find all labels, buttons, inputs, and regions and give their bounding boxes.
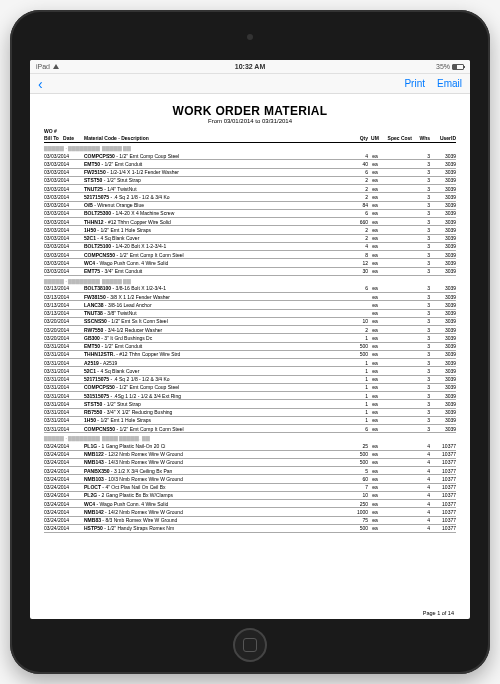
table-row: 03/31/2014EMT50 - 1/2" Emt Conduit500ea3… bbox=[44, 343, 456, 351]
cell-date: 03/03/2014 bbox=[44, 186, 84, 192]
cell-whs: 3 bbox=[412, 368, 430, 374]
cell-um: ea bbox=[368, 376, 382, 382]
cell-spec bbox=[382, 451, 412, 457]
cell-whs: 3 bbox=[412, 186, 430, 192]
cell-user: 3039 bbox=[430, 252, 456, 258]
cell-user: 3039 bbox=[430, 161, 456, 167]
cell-spec bbox=[382, 335, 412, 341]
cell-spec bbox=[382, 360, 412, 366]
cell-whs: 4 bbox=[412, 517, 430, 523]
cell-um: ea bbox=[368, 409, 382, 415]
email-button[interactable]: Email bbox=[437, 78, 462, 89]
cell-um: ea bbox=[368, 476, 382, 482]
cell-desc: COMPCPS50 - 1/2" Emt Comp Coup Steel bbox=[84, 153, 346, 159]
cell-user: 3039 bbox=[430, 302, 456, 308]
cell-um: ea bbox=[368, 468, 382, 474]
table-row: 03/03/2014COMPCNS50 - 1/2" Emt Comp It C… bbox=[44, 251, 456, 259]
cell-date: 03/31/2014 bbox=[44, 368, 84, 374]
cell-date: 03/24/2014 bbox=[44, 484, 84, 490]
cell-qty: 10 bbox=[346, 318, 368, 324]
cell-qty: 1000 bbox=[346, 509, 368, 515]
cell-user: 3039 bbox=[430, 343, 456, 349]
cell-qty bbox=[346, 310, 368, 316]
cell-whs: 4 bbox=[412, 501, 430, 507]
cell-desc: FW38150 - 3/8 X 1 1/2 Fender Washer bbox=[84, 294, 346, 300]
cell-desc: STST50 - 1/2" Strut Strap bbox=[84, 177, 346, 183]
table-row: 03/31/201452C1 - 4 Sq Blank Cover1ea3303… bbox=[44, 367, 456, 375]
cell-spec bbox=[382, 525, 412, 531]
cell-um: ea bbox=[368, 459, 382, 465]
cell-desc: COMPCNS50 - 1/2" Emt Comp It Conn Steel bbox=[84, 252, 346, 258]
cell-whs: 3 bbox=[412, 393, 430, 399]
cell-user: 3039 bbox=[430, 393, 456, 399]
cell-date: 03/24/2014 bbox=[44, 459, 84, 465]
table-row: 03/31/2014STST50 - 1/2" Strut Strap1ea33… bbox=[44, 400, 456, 408]
cell-desc: O/B - Wirenut Orange Blue bbox=[84, 202, 346, 208]
cell-whs: 3 bbox=[412, 252, 430, 258]
cell-whs: 3 bbox=[412, 401, 430, 407]
lbl-spec: Spec Cost bbox=[382, 135, 412, 141]
cell-spec bbox=[382, 310, 412, 316]
cell-um: ea bbox=[368, 227, 382, 233]
cell-desc: 521715075 - .4 Sq 2 1/8 - 1/2 & 3/4 Ko bbox=[84, 376, 346, 382]
cell-user: 3039 bbox=[430, 268, 456, 274]
cell-date: 03/31/2014 bbox=[44, 384, 84, 390]
cell-um: ea bbox=[368, 509, 382, 515]
cell-date: 03/24/2014 bbox=[44, 492, 84, 498]
cell-desc: THHN12 - #12 Thhn Copper Wire Solid bbox=[84, 219, 346, 225]
cell-desc: 521715075 - .4 Sq 2 1/8 - 1/2 & 3/4 Ko bbox=[84, 194, 346, 200]
cell-date: 03/13/2014 bbox=[44, 285, 84, 291]
cell-um: ea bbox=[368, 186, 382, 192]
table-row: 03/24/2014NMB142 - 14/2 Nmb Romex Wire W… bbox=[44, 508, 456, 516]
lbl-qty: Qty bbox=[346, 135, 368, 141]
report-group: ▇▇▇▇▇ - ▇▇▇▇▇▇▇▇ ▇▇▇▇▇ ▇▇03/13/2014BOLT3… bbox=[44, 278, 456, 434]
cell-spec bbox=[382, 227, 412, 233]
cell-desc: FW25150 - 1/2-1/4 X 1-1/2 Fender Washer bbox=[84, 169, 346, 175]
cell-qty: 2 bbox=[346, 186, 368, 192]
cell-desc: TNUT25 - 1/4" TwistNut bbox=[84, 186, 346, 192]
cell-spec bbox=[382, 210, 412, 216]
table-row: 03/24/2014PANBX350 - 3 1/2 X 3/4 Ceiling… bbox=[44, 467, 456, 475]
cell-qty: 660 bbox=[346, 219, 368, 225]
cell-user: 3039 bbox=[430, 186, 456, 192]
cell-spec bbox=[382, 417, 412, 423]
cell-qty: 1 bbox=[346, 393, 368, 399]
cell-qty: 1 bbox=[346, 368, 368, 374]
cell-qty: 1 bbox=[346, 335, 368, 341]
cell-qty: 250 bbox=[346, 501, 368, 507]
cell-spec bbox=[382, 252, 412, 258]
cell-desc: EMT50 - 1/2" Emt Conduit bbox=[84, 343, 346, 349]
cell-um: ea bbox=[368, 243, 382, 249]
cell-spec bbox=[382, 517, 412, 523]
table-row: 03/31/2014RB7550 - 3/4" X 1/2" Reducing … bbox=[44, 409, 456, 417]
print-button[interactable]: Print bbox=[404, 78, 425, 89]
cell-spec bbox=[382, 268, 412, 274]
cell-whs: 3 bbox=[412, 219, 430, 225]
table-row: 03/31/20141H50 - 1/2" Emt 1 Hole Straps1… bbox=[44, 417, 456, 425]
cell-user: 3039 bbox=[430, 310, 456, 316]
cell-whs: 3 bbox=[412, 227, 430, 233]
cell-date: 03/03/2014 bbox=[44, 194, 84, 200]
table-row: 03/03/2014O/B - Wirenut Orange Blue84ea3… bbox=[44, 202, 456, 210]
cell-user: 3039 bbox=[430, 235, 456, 241]
cell-user: 3039 bbox=[430, 227, 456, 233]
back-button[interactable]: ‹ bbox=[38, 76, 43, 92]
cell-user: 3039 bbox=[430, 210, 456, 216]
cell-whs: 3 bbox=[412, 335, 430, 341]
cell-whs: 3 bbox=[412, 310, 430, 316]
cell-user: 3039 bbox=[430, 194, 456, 200]
cell-date: 03/31/2014 bbox=[44, 401, 84, 407]
cell-date: 03/31/2014 bbox=[44, 417, 84, 423]
lbl-whs: Whs bbox=[412, 135, 430, 141]
home-button[interactable] bbox=[233, 628, 267, 662]
cell-user: 3039 bbox=[430, 351, 456, 357]
cell-desc: A2519 - A2519 bbox=[84, 360, 346, 366]
cell-um: ea bbox=[368, 202, 382, 208]
cell-user: 3039 bbox=[430, 202, 456, 208]
cell-spec bbox=[382, 327, 412, 333]
cell-desc: RW7550 - 3/4-1/2 Reducer Washer bbox=[84, 327, 346, 333]
cell-date: 03/24/2014 bbox=[44, 451, 84, 457]
cell-whs: 3 bbox=[412, 153, 430, 159]
table-row: 03/31/2014THHN12STR. - #12 Thhn Copper W… bbox=[44, 351, 456, 359]
cell-user: 10377 bbox=[430, 492, 456, 498]
